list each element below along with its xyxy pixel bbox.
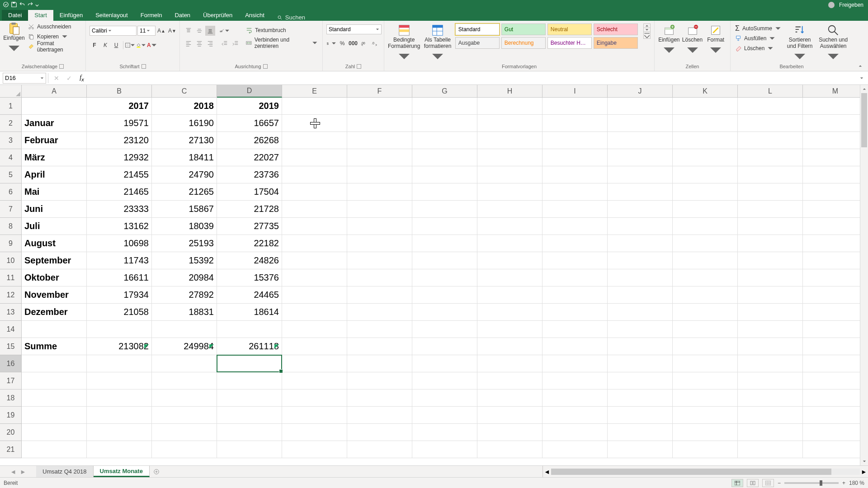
cell-M19[interactable] [803,407,868,424]
cell-E14[interactable] [282,321,347,338]
cell-M18[interactable] [803,389,868,407]
vertical-scrollbar[interactable] [860,85,868,465]
cell-F14[interactable] [347,321,412,338]
tab-page-layout[interactable]: Seitenlayout [89,10,134,21]
cell-I16[interactable] [542,355,608,372]
row-header-18[interactable]: 18 [0,389,22,407]
cell-B8[interactable]: 13162 [87,218,152,235]
tab-data[interactable]: Daten [168,10,197,21]
cell-L7[interactable] [738,201,803,218]
cell-K2[interactable] [673,115,738,132]
cell-B16[interactable] [87,355,152,372]
cell-I18[interactable] [542,389,608,407]
row-header-14[interactable]: 14 [0,321,22,338]
cell-L4[interactable] [738,149,803,166]
cell-H2[interactable] [477,115,542,132]
cell-D15[interactable]: 261118 [217,338,282,355]
cell-D12[interactable]: 24465 [217,286,282,304]
cell-D11[interactable]: 15376 [217,269,282,286]
name-box[interactable]: D16 [3,73,46,84]
cell-M2[interactable] [803,115,868,132]
cell-G2[interactable] [412,115,477,132]
cell-G20[interactable] [412,424,477,441]
row-header-9[interactable]: 9 [0,235,22,252]
cell-A20[interactable] [22,424,87,441]
cell-M14[interactable] [803,321,868,338]
hscroll-thumb[interactable] [551,469,831,475]
hscroll-left-icon[interactable]: ◄ [543,466,551,478]
cell-J13[interactable] [608,304,673,321]
cell-J4[interactable] [608,149,673,166]
format-painter-button[interactable]: Format übertragen [27,42,82,52]
sheet-nav-prev-icon[interactable]: ◄ [10,468,16,475]
cell-D16[interactable] [217,355,282,372]
cell-I21[interactable] [542,441,608,458]
cell-C9[interactable]: 25193 [152,235,217,252]
cell-K7[interactable] [673,201,738,218]
cell-B7[interactable]: 23333 [87,201,152,218]
cell-F20[interactable] [347,424,412,441]
cell-J17[interactable] [608,372,673,389]
cell-K19[interactable] [673,407,738,424]
cell-L6[interactable] [738,183,803,201]
cell-G14[interactable] [412,321,477,338]
cell-C21[interactable] [152,441,217,458]
cell-F12[interactable] [347,286,412,304]
cell-F21[interactable] [347,441,412,458]
row-header-10[interactable]: 10 [0,252,22,269]
zoom-out-icon[interactable]: − [778,480,781,486]
cell-K8[interactable] [673,218,738,235]
col-header-J[interactable]: J [608,85,673,98]
cell-D7[interactable]: 21728 [217,201,282,218]
cell-F4[interactable] [347,149,412,166]
autosum-button[interactable]: ΣAutoSumme [734,23,782,33]
row-header-2[interactable]: 2 [0,115,22,132]
cell-B15[interactable]: 213082 [87,338,152,355]
cell-D13[interactable]: 18614 [217,304,282,321]
thousand-sep-icon[interactable]: 000 [348,38,358,48]
cell-H8[interactable] [477,218,542,235]
col-header-E[interactable]: E [282,85,347,98]
row-header-12[interactable]: 12 [0,286,22,304]
cell-E11[interactable] [282,269,347,286]
accounting-format-icon[interactable]: $ [326,38,336,48]
cell-L18[interactable] [738,389,803,407]
fill-color-button[interactable] [136,40,146,50]
align-left-icon[interactable] [184,38,193,48]
cell-K18[interactable] [673,389,738,407]
cell-E8[interactable] [282,218,347,235]
cell-F18[interactable] [347,389,412,407]
row-header-4[interactable]: 4 [0,149,22,166]
cell-G4[interactable] [412,149,477,166]
cell-H5[interactable] [477,166,542,183]
cell-M17[interactable] [803,372,868,389]
cell-K13[interactable] [673,304,738,321]
tab-file[interactable]: Datei [2,10,28,21]
zoom-slider[interactable] [784,482,839,484]
cell-L10[interactable] [738,252,803,269]
cell-A21[interactable] [22,441,87,458]
gallery-up-icon[interactable] [644,24,650,28]
cell-C1[interactable]: 2018 [152,98,217,115]
cell-L1[interactable] [738,98,803,115]
bold-button[interactable]: F [90,40,99,50]
cell-G6[interactable] [412,183,477,201]
format-as-table-button[interactable]: Als Tabelle formatieren [424,23,451,63]
cell-M12[interactable] [803,286,868,304]
cell-B14[interactable] [87,321,152,338]
row-header-11[interactable]: 11 [0,269,22,286]
cell-D18[interactable] [217,389,282,407]
qat-customize-icon[interactable] [35,1,39,9]
cell-D10[interactable]: 24826 [217,252,282,269]
view-normal-icon[interactable] [731,479,743,487]
cell-M15[interactable] [803,338,868,355]
cell-M11[interactable] [803,269,868,286]
cell-G21[interactable] [412,441,477,458]
borders-button[interactable] [125,40,135,50]
cell-L17[interactable] [738,372,803,389]
wrap-text-button[interactable]: Textumbruch [245,25,319,35]
gallery-scroll[interactable] [643,23,651,39]
row-header-19[interactable]: 19 [0,407,22,424]
cell-style-gut[interactable]: Gut [501,23,546,35]
row-header-21[interactable]: 21 [0,441,22,458]
